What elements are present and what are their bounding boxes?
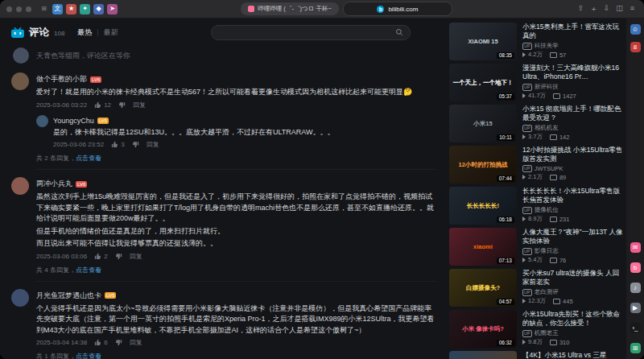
reply-button[interactable]: 回复 [147,140,159,149]
avatar[interactable] [36,115,48,127]
chat-icon[interactable]: ✉ [630,242,641,253]
avatar[interactable] [11,177,29,195]
comment-input-row[interactable]: 天青色等烟雨，评论区在等你 [13,47,436,64]
notifications-badge-icon[interactable]: 8 [630,42,641,52]
window-close-button[interactable] [6,6,12,12]
reply-button[interactable]: 回复 [133,101,146,109]
dislike-button[interactable] [118,101,126,109]
video-thumbnail[interactable]: 15U vs S25U15:24 [449,351,517,359]
video-title[interactable]: 小米15 彻底塌房上手！哪款配色最受欢迎？ [522,105,623,122]
dislike-button[interactable] [115,339,122,346]
grid-icon[interactable]: ⊞ [39,4,49,14]
level-badge: LV6 [90,76,101,83]
video-thumbnail[interactable]: xiaomi07:13 [449,228,517,266]
video-title[interactable]: 漫漫刻大！三大高峰旗舰小米16 Ultra、iPhone16 Pr… [522,64,623,80]
bilibili-icon[interactable]: b [630,262,641,273]
video-uploader[interactable]: UP相机机友 [522,124,623,132]
video-title[interactable]: 买小米su7 ultra送的摄像头 人回家前老实 [522,269,623,286]
video-title[interactable]: 人像大魔王？“夜神”一加13T 人像实拍体验 [522,228,623,245]
video-uploader[interactable]: UP科技美学 [522,42,623,50]
video-card[interactable]: XIAOMI 1508:35小米15奥利奥上手！雷军这次玩真的UP科技美学4.2… [449,23,623,60]
dev-icon[interactable]: ◆ [93,4,104,14]
video-thumbnail[interactable]: 一个天上，一个地下！05:37 [449,64,517,101]
clipper-icon[interactable]: ✦ [80,4,90,14]
video-card[interactable]: 小米 像徕卡吗?06:32小米15Ultra先别买！这些个致命的缺点，你怎么接受… [449,310,623,348]
video-uploader[interactable]: UP摄像机位 [522,206,623,214]
comment-input-placeholder[interactable]: 天青色等烟雨，评论区在等你 [36,51,130,61]
play-icon [522,299,526,303]
video-uploader[interactable]: UP新评科技 [522,83,623,91]
video-thumbnail[interactable]: 白嫖摄像头?04:57 [449,269,517,307]
address-bar[interactable]: b bilibili.com [343,2,452,16]
search-icon[interactable] [395,28,403,36]
terminal-icon[interactable]: ›_ [630,323,641,333]
new-tab-icon[interactable]: ＋ [588,4,599,14]
my-avatar[interactable] [13,47,29,64]
video-stats: 9.8万310 [522,338,623,346]
pin-icon[interactable]: ➤ [107,4,118,14]
like-button[interactable]: 6 [94,339,107,346]
video-title[interactable]: 长长长长长！小米15Ultra零售版长焦首发体验 [522,187,623,204]
video-card[interactable]: 一个天上，一个地下！05:37漫漫刻大！三大高峰旗舰小米16 Ultra、iPh… [449,64,623,101]
view-replies[interactable]: 共 2 条回复，点击查看 [36,154,436,163]
search-input[interactable] [218,28,395,37]
video-uploader[interactable]: UP影像日志 [522,247,623,255]
reply-button[interactable]: 回复 [130,252,142,261]
comment-time: 2025-03-04 14:38 [36,339,87,346]
video-thumbnail[interactable]: 12小时的打拍挑战07:44 [449,146,517,184]
like-button[interactable]: 3 [111,141,124,148]
video-stats: 8.9万231 [522,215,623,223]
avatar[interactable] [11,72,29,90]
window-minimize-button[interactable] [16,6,22,12]
video-uploader[interactable]: UP机圈老王 [522,329,623,337]
video-thumbnail[interactable]: XIAOMI 1508:35 [449,23,517,60]
video-card[interactable]: 12小时的打拍挑战07:4412小时拍摄挑战 小米15Ultra零售版首发实测U… [449,146,623,184]
comment-item: 做个手教的小部LV6爱对了！就是用的小米的徕卡经典模式不是生动567！之所以可能… [11,72,436,177]
comment-username[interactable]: 月光鱼冠梦遇山也卡 [36,291,101,301]
up-icon: UP [522,330,532,337]
video-card[interactable]: 白嫖摄像头?04:57买小米su7 ultra送的摄像头 人回家前老实UP老白测… [449,269,623,307]
video-uploader[interactable]: UP老白测评 [522,288,623,296]
tab-hottest[interactable]: 最热 [77,27,92,38]
music-icon[interactable]: ♪ [630,283,641,293]
video-uploader[interactable]: UPJWTSUPK [522,165,623,172]
comment-reply: YoungcyChuLV5是的，徕卡棒我记得是12SU和13U。。。底放大越平滑… [36,115,436,150]
video-card[interactable]: xiaomi07:13人像大魔王？“夜神”一加13T 人像实拍体验UP影像日志5… [449,228,623,266]
browser-tab-inactive[interactable]: 哔哩哔哩 (゜-゜)つロ 干杯~ [241,2,339,15]
avatar[interactable] [11,289,29,307]
view-replies[interactable]: 共 1 条回复，点击查看 [36,352,436,359]
video-card[interactable]: 15U vs S25U15:24【4K】小米15 Ultra vs 三星Gala… [449,351,623,359]
video-title[interactable]: 12小时拍摄挑战 小米15Ultra零售版首发实测 [522,146,623,163]
comment-username[interactable]: 两冲小兵丸 [36,179,72,189]
dislike-button[interactable] [132,141,139,148]
video-card[interactable]: 小米1510:11小米15 彻底塌房上手！哪款配色最受欢迎？UP相机机友3.7万… [449,105,623,142]
share-icon[interactable]: ⇧ [576,4,586,14]
translate-icon[interactable]: 文 [52,4,63,14]
panels-icon[interactable]: ◫ [614,4,625,14]
window-zoom-button[interactable] [26,6,31,12]
comment-username[interactable]: 做个手教的小部 [36,74,87,85]
video-title[interactable]: 【4K】小米15 Ultra vs 三星Galaxy S25 Ultra：东京实… [522,351,623,359]
video-thumbnail[interactable]: 小米1510:11 [449,105,517,142]
video-thumbnail[interactable]: 长长长长长!06:18 [449,187,517,225]
tab-newest[interactable]: 最新 [104,27,118,38]
reply-button[interactable]: 回复 [130,338,142,347]
dislike-button[interactable] [115,253,122,260]
menu-icon[interactable]: ≡ [627,4,638,14]
video-icon[interactable]: ▶ [630,303,641,313]
bookmark-icon[interactable]: ★ [66,4,76,14]
search-box[interactable] [211,25,411,40]
view-replies[interactable]: 共 4 条回复，点击查看 [36,266,436,274]
video-title[interactable]: 小米15奥利奥上手！雷军这次玩真的 [522,23,623,39]
comment-username[interactable]: YoungcyChu [53,117,94,125]
profile-icon[interactable]: ☺ [630,24,641,35]
up-icon: UP [522,125,532,132]
video-title[interactable]: 小米15Ultra先别买！这些个致命的缺点，你怎么接受！ [522,310,623,327]
downloads-icon[interactable]: ⇩ [601,4,612,14]
apps-icon[interactable]: ⊞ [630,343,641,353]
video-thumbnail[interactable]: 小米 像徕卡吗?06:32 [449,310,517,348]
like-button[interactable]: 2 [94,253,107,260]
video-card[interactable]: 长长长长长!06:18长长长长长！小米15Ultra零售版长焦首发体验UP摄像机… [449,187,623,225]
like-button[interactable]: 12 [94,101,111,109]
video-duration: 10:11 [497,134,514,142]
